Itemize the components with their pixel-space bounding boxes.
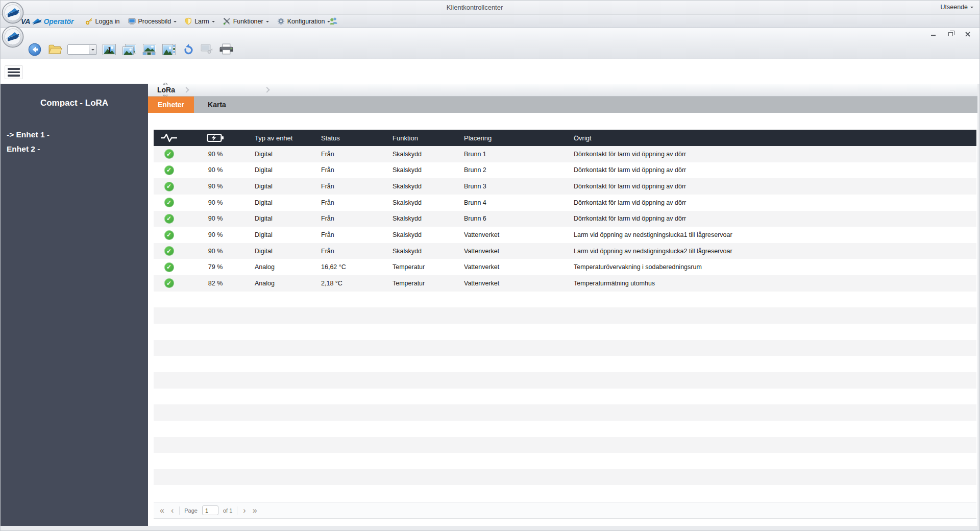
- empty-table-row: [154, 421, 976, 437]
- status-cell: Från: [317, 199, 388, 206]
- status-ok-icon: ✓: [164, 198, 174, 207]
- single-picture-icon: 1: [103, 44, 116, 55]
- filmstrip-view-button[interactable]: [161, 43, 177, 56]
- users-icon[interactable]: [329, 16, 338, 25]
- signal-strength-icon: [154, 133, 194, 143]
- printer-icon: [219, 43, 233, 55]
- other-cell: Larm vid öppning av nedstigningslucka1 t…: [570, 231, 976, 238]
- empty-table-row: [154, 389, 976, 405]
- menu-item-logga-in[interactable]: Logga in: [81, 15, 124, 27]
- column-header-type[interactable]: Typ av enhet: [251, 134, 317, 142]
- column-header-location[interactable]: Placering: [460, 134, 570, 142]
- status-ok-icon: ✓: [164, 230, 174, 240]
- table-body: ✓ 90 % Digital Från Skalskydd Brunn 1 Dö…: [154, 146, 976, 501]
- table-row[interactable]: ✓ 90 % Digital Från Skalskydd Vattenverk…: [154, 243, 976, 259]
- screen-key-icon: [201, 44, 213, 55]
- breadcrumb-item-lora[interactable]: LoRa: [155, 86, 177, 94]
- lora-waves-icon: [162, 82, 169, 85]
- page-count-label: of 1: [223, 508, 232, 514]
- table-row[interactable]: ✓ 90 % Digital Från Skalskydd Brunn 3 Dö…: [154, 178, 976, 195]
- gear-icon: [277, 17, 285, 25]
- first-page-button[interactable]: «: [159, 506, 165, 515]
- status-cell: Från: [317, 151, 388, 158]
- empty-table-row: [154, 404, 976, 421]
- battery-level-cell: 90 %: [194, 199, 251, 206]
- single-view-button[interactable]: 1: [102, 43, 117, 56]
- picture-with-strip-icon: [162, 44, 176, 55]
- status-cell: 2,18 °C: [317, 280, 388, 287]
- next-page-button[interactable]: ›: [242, 506, 247, 515]
- tools-icon: [223, 17, 231, 25]
- device-type-cell: Digital: [251, 151, 317, 158]
- table-row[interactable]: ✓ 90 % Digital Från Skalskydd Brunn 2 Dö…: [154, 162, 976, 179]
- device-type-cell: Digital: [251, 215, 317, 222]
- table-row[interactable]: ✓ 79 % Analog 16,62 °C Temperatur Vatten…: [154, 259, 976, 275]
- status-ok-icon: ✓: [164, 246, 174, 256]
- monitor-icon: [128, 17, 136, 25]
- function-cell: Skalskydd: [388, 183, 460, 190]
- function-cell: Skalskydd: [388, 231, 460, 238]
- tab-karta[interactable]: Karta: [194, 96, 240, 113]
- undo-button[interactable]: [181, 42, 195, 56]
- device-type-cell: Analog: [251, 263, 317, 271]
- table-row[interactable]: ✓ 90 % Digital Från Skalskydd Brunn 4 Dö…: [154, 195, 976, 211]
- dropdown-caret-icon: [91, 49, 94, 52]
- status-ok-icon: ✓: [164, 182, 174, 191]
- remote-access-button[interactable]: [200, 43, 214, 56]
- key-icon: [85, 17, 93, 25]
- back-button[interactable]: [27, 42, 42, 57]
- sidebar-item-enhet-1[interactable]: -> Enhet 1 -: [7, 128, 148, 142]
- device-type-cell: Digital: [251, 183, 317, 190]
- status-cell: Från: [317, 215, 388, 222]
- empty-table-row: [154, 372, 976, 389]
- column-header-status[interactable]: Status: [317, 134, 388, 142]
- print-button[interactable]: [218, 42, 234, 56]
- menu-item-konfiguration[interactable]: Konfiguration: [273, 15, 335, 27]
- menu-item-utseende[interactable]: Utseende: [940, 1, 973, 14]
- status-cell: 16,62 °C: [317, 263, 388, 271]
- table-row[interactable]: ✓ 90 % Digital Från Skalskydd Brunn 6 Dö…: [154, 211, 976, 227]
- tab-enheter[interactable]: Enheter: [148, 96, 194, 113]
- table-row[interactable]: ✓ 90 % Digital Från Skalskydd Vattenverk…: [154, 227, 976, 243]
- window-title: Klientkontrollcenter: [1, 1, 949, 14]
- sidebar-item-enhet-2[interactable]: Enhet 2 -: [7, 142, 148, 156]
- location-cell: Brunn 2: [460, 166, 570, 174]
- app-logo[interactable]: [2, 2, 24, 24]
- battery-level-cell: 82 %: [194, 280, 251, 287]
- battery-level-cell: 79 %: [194, 263, 251, 271]
- column-header-other[interactable]: Övrigt: [570, 134, 976, 142]
- status-cell: Från: [317, 248, 388, 255]
- menu-item-processbild[interactable]: Processbild: [124, 15, 181, 27]
- breadcrumb-separator-icon: [183, 87, 189, 92]
- status-cell: Från: [317, 166, 388, 174]
- combobox-dropdown-button[interactable]: [89, 45, 96, 54]
- open-folder-button[interactable]: [47, 42, 63, 56]
- close-button[interactable]: [961, 30, 974, 38]
- battery-level-cell: 90 %: [194, 248, 251, 255]
- hamburger-menu-button[interactable]: [5, 65, 23, 79]
- minimize-button[interactable]: [926, 30, 940, 38]
- column-header-function[interactable]: Funktion: [388, 134, 460, 142]
- menu-item-funktioner[interactable]: Funktioner: [219, 15, 273, 27]
- menubar: VA Operatör Logga in: [1, 15, 979, 28]
- menu-item-larm[interactable]: Larm: [181, 15, 218, 27]
- battery-level-cell: 90 %: [194, 183, 251, 190]
- dual-view-button[interactable]: [121, 43, 137, 56]
- location-cell: Vattenverket: [460, 231, 570, 238]
- table-row[interactable]: ✓ 90 % Digital Från Skalskydd Brunn 1 Dö…: [154, 146, 976, 162]
- device-type-cell: Digital: [251, 166, 317, 174]
- other-cell: Dörrkontakt för larm vid öppning av dörr: [570, 183, 976, 190]
- restore-button[interactable]: [944, 30, 957, 38]
- page-number-input[interactable]: [202, 505, 218, 515]
- other-cell: Dörrkontakt för larm vid öppning av dörr: [570, 199, 976, 206]
- process-picture-combobox-input[interactable]: [68, 45, 89, 54]
- prev-page-button[interactable]: ‹: [170, 506, 175, 515]
- battery-level-cell: 90 %: [194, 151, 251, 158]
- inner-window-logo[interactable]: [2, 26, 24, 48]
- table-row[interactable]: ✓ 82 % Analog 2,18 °C Temperatur Vattenv…: [154, 275, 976, 292]
- empty-table-row: [154, 340, 976, 356]
- svg-text:1: 1: [108, 45, 112, 55]
- function-cell: Temperatur: [388, 280, 460, 287]
- thumbnail-view-button[interactable]: [141, 43, 157, 56]
- last-page-button[interactable]: »: [252, 506, 258, 515]
